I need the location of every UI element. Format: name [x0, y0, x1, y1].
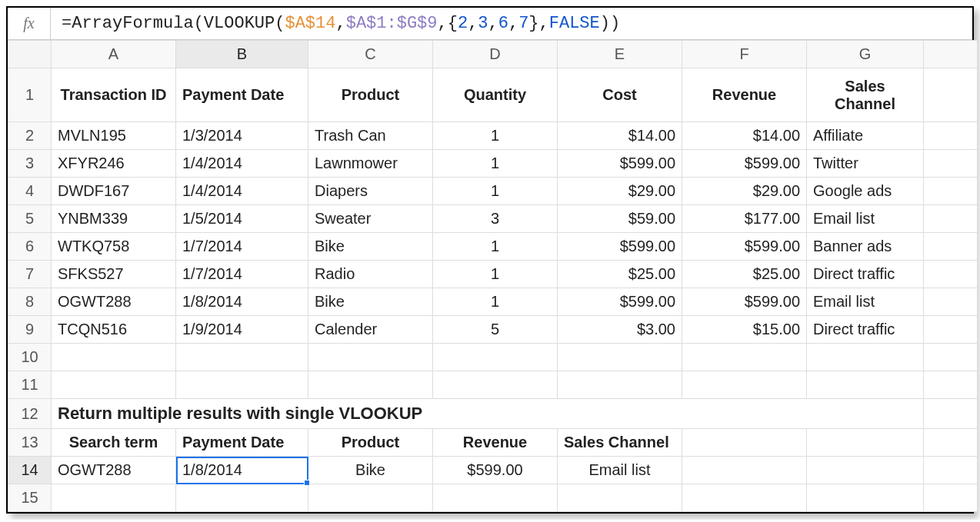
col-header-E[interactable]: E: [558, 41, 682, 68]
cell[interactable]: [558, 371, 682, 399]
cell[interactable]: [52, 344, 176, 371]
cell[interactable]: Quantity: [433, 68, 558, 122]
cell[interactable]: $15.00: [682, 316, 807, 344]
cell[interactable]: Return multiple results with single VLOO…: [52, 399, 924, 429]
cell[interactable]: Lawnmower: [308, 150, 433, 178]
cell[interactable]: [807, 371, 924, 399]
cell[interactable]: [682, 484, 807, 512]
cell[interactable]: [682, 371, 807, 399]
row-header-9[interactable]: 9: [8, 316, 52, 344]
cell[interactable]: [558, 344, 682, 371]
cell[interactable]: Revenue: [433, 429, 558, 457]
cell[interactable]: [176, 344, 308, 371]
cell[interactable]: 1/3/2014: [176, 122, 308, 150]
cell[interactable]: [924, 68, 978, 122]
cell[interactable]: 1/5/2014: [176, 205, 308, 233]
cell[interactable]: $3.00: [558, 316, 682, 344]
cell[interactable]: Payment Date: [176, 429, 308, 457]
formula-input[interactable]: =ArrayFormula(VLOOKUP($A$14,$A$1:$G$9,{2…: [51, 14, 972, 33]
cell[interactable]: Affiliate: [807, 122, 924, 150]
cell[interactable]: Payment Date: [176, 68, 308, 122]
cell[interactable]: [924, 429, 978, 457]
cell[interactable]: $177.00: [682, 205, 807, 233]
cell[interactable]: Bike: [308, 288, 433, 316]
cell[interactable]: $14.00: [682, 122, 807, 150]
cell[interactable]: [308, 371, 433, 399]
cell[interactable]: [807, 484, 924, 512]
fx-icon[interactable]: fx: [8, 8, 51, 39]
cell[interactable]: $25.00: [682, 261, 807, 288]
cell[interactable]: [308, 344, 433, 371]
cell[interactable]: [924, 371, 978, 399]
row-header-4[interactable]: 4: [8, 178, 52, 205]
cell[interactable]: OGWT288: [52, 288, 176, 316]
cell[interactable]: $59.00: [558, 205, 682, 233]
cell[interactable]: 5: [433, 316, 558, 344]
cell[interactable]: [924, 484, 978, 512]
cell[interactable]: [924, 344, 978, 371]
cell[interactable]: Cost: [558, 68, 682, 122]
row-header-13[interactable]: 13: [8, 429, 52, 457]
cell[interactable]: Sweater: [308, 205, 433, 233]
cell[interactable]: Direct traffic: [807, 316, 924, 344]
cell[interactable]: $599.00: [558, 233, 682, 261]
cell[interactable]: [924, 288, 978, 316]
cell[interactable]: 1: [433, 288, 558, 316]
row-header-1[interactable]: 1: [8, 68, 52, 122]
cell[interactable]: Radio: [308, 261, 433, 288]
cell[interactable]: $29.00: [682, 178, 807, 205]
cell[interactable]: [807, 344, 924, 371]
cell[interactable]: [682, 344, 807, 371]
cell[interactable]: [433, 484, 558, 512]
cell[interactable]: [433, 344, 558, 371]
cell[interactable]: MVLN195: [52, 122, 176, 150]
cell[interactable]: [807, 429, 924, 457]
row-header-15[interactable]: 15: [8, 484, 52, 512]
col-header-G[interactable]: G: [807, 41, 924, 68]
row-header-8[interactable]: 8: [8, 288, 52, 316]
cell[interactable]: Diapers: [308, 178, 433, 205]
cell[interactable]: [682, 457, 807, 484]
cell[interactable]: Email list: [807, 288, 924, 316]
cell[interactable]: Google ads: [807, 178, 924, 205]
col-header-B[interactable]: B: [176, 41, 308, 68]
cell[interactable]: Transaction ID: [52, 68, 176, 122]
col-header-C[interactable]: C: [308, 41, 433, 68]
cell[interactable]: $599.00: [433, 457, 558, 484]
cell[interactable]: 1/4/2014: [176, 150, 308, 178]
cell[interactable]: $25.00: [558, 261, 682, 288]
cell[interactable]: [924, 399, 978, 429]
cell[interactable]: TCQN516: [52, 316, 176, 344]
cell[interactable]: XFYR246: [52, 150, 176, 178]
cell[interactable]: Twitter: [807, 150, 924, 178]
cell[interactable]: Bike: [308, 233, 433, 261]
cell[interactable]: 1: [433, 150, 558, 178]
cell[interactable]: [682, 429, 807, 457]
cell[interactable]: [924, 205, 978, 233]
cell[interactable]: OGWT288: [52, 457, 176, 484]
cell[interactable]: Sales Channel: [558, 429, 682, 457]
cell[interactable]: Banner ads: [807, 233, 924, 261]
cell-selected[interactable]: 1/8/2014: [176, 457, 308, 484]
cell[interactable]: [52, 371, 176, 399]
cell[interactable]: Revenue: [682, 68, 807, 122]
cell[interactable]: $599.00: [558, 288, 682, 316]
row-header-2[interactable]: 2: [8, 122, 52, 150]
cell[interactable]: [924, 178, 978, 205]
row-header-10[interactable]: 10: [8, 344, 52, 371]
select-all-corner[interactable]: [8, 41, 52, 68]
cell[interactable]: [924, 122, 978, 150]
cell[interactable]: $599.00: [682, 288, 807, 316]
row-header-14[interactable]: 14: [8, 457, 52, 484]
cell[interactable]: [176, 484, 308, 512]
col-header-F[interactable]: F: [682, 41, 807, 68]
cell[interactable]: [807, 457, 924, 484]
row-header-3[interactable]: 3: [8, 150, 52, 178]
row-header-5[interactable]: 5: [8, 205, 52, 233]
cell[interactable]: [924, 457, 978, 484]
cell[interactable]: Search term: [52, 429, 176, 457]
row-header-6[interactable]: 6: [8, 233, 52, 261]
cell[interactable]: [308, 484, 433, 512]
cell[interactable]: 1: [433, 261, 558, 288]
cell[interactable]: $599.00: [558, 150, 682, 178]
